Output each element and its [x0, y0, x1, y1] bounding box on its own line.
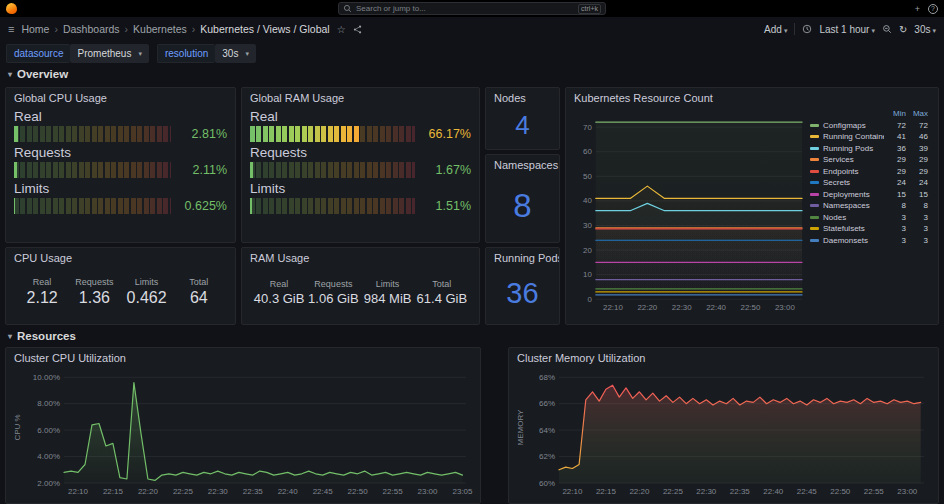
legend-max-value: 3 [906, 236, 928, 245]
panel-cpu-usage: CPU Usage Real2.12 Requests1.36 Limits0.… [5, 247, 236, 325]
legend-swatch [810, 216, 819, 219]
legend-max-header[interactable]: Max [906, 109, 928, 118]
breadcrumb-separator: › [125, 23, 129, 35]
legend-item[interactable]: Namespaces88 [810, 200, 928, 212]
panel-title[interactable]: Nodes [486, 88, 559, 106]
panel-nodes: Nodes 4 [485, 87, 560, 150]
legend-min-value: 29 [884, 167, 906, 176]
panel-title[interactable]: Kubernetes Resource Count [566, 88, 938, 106]
panel-title[interactable]: Running Pods [486, 248, 559, 266]
svg-text:20: 20 [583, 246, 592, 255]
panel-title[interactable]: Global RAM Usage [242, 88, 479, 106]
refresh-interval-picker[interactable]: 30s▾ [914, 24, 936, 35]
svg-text:6.00%: 6.00% [37, 426, 60, 435]
svg-text:22:40: 22:40 [706, 303, 726, 312]
legend-item[interactable]: Running Containers4146 [810, 131, 928, 143]
legend-swatch [810, 239, 819, 242]
add-button[interactable]: Add▾ [764, 24, 787, 35]
help-icon[interactable]: ? [928, 4, 938, 14]
legend-min-value: 41 [884, 132, 906, 141]
svg-text:22:30: 22:30 [696, 487, 717, 496]
panel-cluster-cpu-utilization: Cluster CPU Utilization 2.00%4.00%6.00%8… [5, 347, 481, 504]
svg-text:23:05: 23:05 [452, 487, 473, 496]
legend-item[interactable]: Secrets2424 [810, 177, 928, 189]
svg-text:22:35: 22:35 [730, 487, 751, 496]
legend-item[interactable]: Nodes33 [810, 212, 928, 224]
svg-text:22:40: 22:40 [278, 487, 299, 496]
refresh-icon[interactable]: ↻ [899, 24, 907, 35]
svg-text:22:50: 22:50 [830, 487, 851, 496]
variable-picker-resolution[interactable]: 30s▾ [215, 44, 256, 63]
legend-item[interactable]: Deployments1515 [810, 189, 928, 201]
panel-global-ram-usage: Global RAM Usage Real 66.17% Requests 1.… [241, 87, 480, 243]
legend-max-value: 3 [906, 224, 928, 233]
bar-gauge [250, 162, 415, 178]
star-icon[interactable]: ☆ [337, 24, 346, 35]
gauge-label: Requests [250, 145, 471, 160]
bar-gauge [14, 198, 171, 214]
share-icon[interactable] [353, 25, 362, 34]
menu-toggle-icon[interactable]: ≡ [8, 23, 14, 35]
panel-title[interactable]: Cluster Memory Utilization [509, 348, 938, 366]
svg-text:60%: 60% [539, 479, 555, 488]
svg-text:22:55: 22:55 [383, 487, 404, 496]
svg-text:22:25: 22:25 [663, 487, 684, 496]
legend-swatch [810, 204, 819, 207]
row-overview[interactable]: ▾ Overview [8, 68, 68, 80]
legend-header: MinMax [810, 108, 928, 120]
legend-min-value: 24 [884, 178, 906, 187]
legend-min-header[interactable]: Min [884, 109, 906, 118]
bar-gauge [14, 162, 171, 178]
legend-item[interactable]: Daemonsets33 [810, 235, 928, 247]
panel-title[interactable]: CPU Usage [6, 248, 235, 266]
panel-namespaces: Namespaces 8 [485, 154, 560, 243]
panel-title[interactable]: RAM Usage [242, 248, 479, 266]
variable-picker-datasource[interactable]: Prometheus▾ [70, 44, 148, 63]
svg-text:22:20: 22:20 [629, 487, 650, 496]
legend-item[interactable]: Configmaps7272 [810, 120, 928, 132]
grafana-logo-icon[interactable] [6, 3, 17, 14]
svg-text:40: 40 [583, 196, 592, 205]
panel-global-cpu-usage: Global CPU Usage Real 2.81% Requests 2.1… [5, 87, 236, 243]
legend-min-value: 36 [884, 144, 906, 153]
legend-item[interactable]: Services2929 [810, 154, 928, 166]
row-resources[interactable]: ▾ Resources [8, 330, 76, 342]
svg-text:0: 0 [587, 295, 592, 304]
dashboard-toolbar: ≡ Home › Dashboards › Kubernetes › Kuber… [0, 17, 944, 41]
legend-item[interactable]: Statefulsets33 [810, 223, 928, 235]
breadcrumb-dashboard-title: Kubernetes / Views / Global [200, 23, 329, 35]
search-input[interactable]: Search or jump to... ctrl+k [338, 2, 606, 15]
legend-min-value: 3 [884, 213, 906, 222]
gauge-value: 2.11% [177, 163, 227, 177]
chevron-down-icon: ▾ [8, 70, 12, 79]
time-range-picker[interactable]: Last 1 hour▾ [819, 24, 875, 35]
svg-text:66%: 66% [539, 399, 555, 408]
stat: Total61.4 GiB [415, 279, 469, 306]
gauge-row: Real 66.17% [242, 106, 479, 142]
svg-text:10: 10 [583, 270, 592, 279]
panel-title[interactable]: Cluster CPU Utilization [6, 348, 480, 366]
breadcrumb-home[interactable]: Home [21, 23, 49, 35]
panel-title[interactable]: Global CPU Usage [6, 88, 235, 106]
svg-text:60: 60 [583, 147, 592, 156]
memory-utilization-chart[interactable]: 60%62%64%66%68%22:1022:1522:2022:2522:30… [515, 366, 932, 499]
legend-item[interactable]: Endpoints2929 [810, 166, 928, 178]
search-placeholder: Search or jump to... [356, 4, 574, 13]
stat: Requests1.06 GiB [306, 279, 360, 306]
panel-running-pods: Running Pods 36 [485, 247, 560, 325]
panel-title[interactable]: Namespaces [486, 155, 559, 173]
cpu-utilization-chart[interactable]: 2.00%4.00%6.00%8.00%10.00%22:1022:1522:2… [12, 366, 474, 499]
breadcrumb-folder[interactable]: Kubernetes [133, 23, 187, 35]
new-button[interactable]: + [915, 4, 920, 14]
legend-swatch [810, 147, 819, 150]
legend-item[interactable]: Running Pods3639 [810, 143, 928, 155]
gauge-row: Real 2.81% [6, 106, 235, 142]
resource-count-chart[interactable]: 01020304050607022:1022:2022:3022:4022:50… [572, 106, 808, 318]
svg-text:22:10: 22:10 [603, 303, 623, 312]
svg-text:22:10: 22:10 [562, 487, 583, 496]
zoom-out-icon[interactable] [882, 24, 892, 34]
legend-min-value: 72 [884, 121, 906, 130]
breadcrumb-dashboards[interactable]: Dashboards [63, 23, 120, 35]
clock-icon [802, 24, 812, 34]
svg-text:10.00%: 10.00% [33, 373, 60, 382]
